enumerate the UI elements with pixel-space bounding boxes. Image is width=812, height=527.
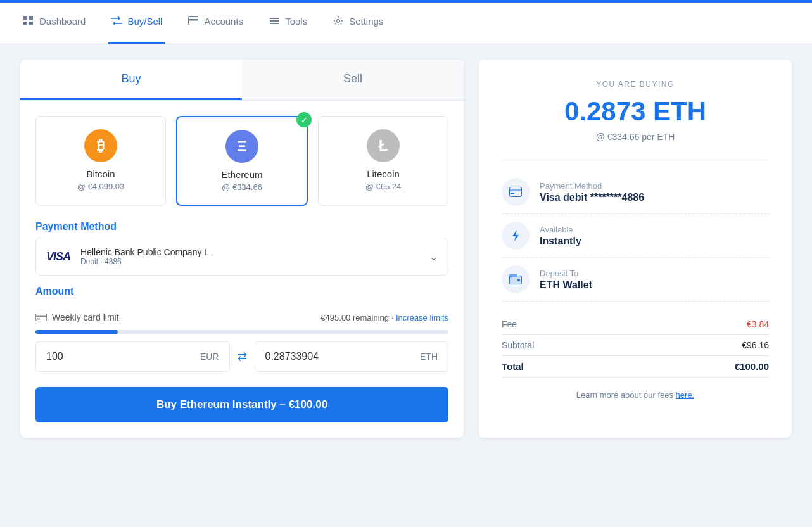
payment-icon-circle bbox=[502, 178, 530, 206]
payment-section-label: Payment Method bbox=[20, 211, 464, 238]
nav-settings[interactable]: Settings bbox=[330, 0, 386, 44]
limit-row: Weekly card limit €495.00 remaining · In… bbox=[20, 302, 464, 327]
eth-input[interactable] bbox=[265, 351, 421, 362]
deposit-to-label: Deposit To bbox=[540, 269, 592, 278]
nav-settings-label: Settings bbox=[349, 16, 383, 27]
tab-sell[interactable]: Sell bbox=[242, 60, 464, 100]
card-limit-icon bbox=[35, 314, 47, 321]
chevron-down-icon: ⌄ bbox=[429, 251, 438, 263]
bitcoin-icon: ₿ bbox=[84, 129, 117, 162]
grid-icon bbox=[23, 15, 34, 27]
nav-buysell-label: Buy/Sell bbox=[127, 16, 162, 27]
limit-right: €495.00 remaining · Increase limits bbox=[320, 313, 448, 322]
weekly-limit-label: Weekly card limit bbox=[52, 312, 119, 322]
visa-logo: VISA bbox=[46, 250, 70, 264]
svg-rect-8 bbox=[270, 23, 279, 24]
deposit-info-block: Deposit To ETH Wallet bbox=[540, 269, 592, 291]
ethereum-price: @ €334.66 bbox=[187, 182, 296, 192]
crypto-card-bitcoin[interactable]: ₿ Bitcoin @ €4,099.03 bbox=[35, 116, 166, 206]
payment-selector[interactable]: VISA Hellenic Bank Public Company L Debi… bbox=[35, 238, 448, 276]
nav-accounts[interactable]: Accounts bbox=[185, 0, 246, 44]
eur-input-box: EUR bbox=[35, 341, 230, 372]
available-icon-circle bbox=[502, 222, 530, 250]
nav-accounts-label: Accounts bbox=[204, 16, 243, 27]
total-label: Total bbox=[502, 361, 524, 372]
svg-marker-16 bbox=[512, 230, 519, 241]
gear-icon bbox=[333, 15, 344, 27]
eur-input[interactable] bbox=[46, 351, 200, 362]
buy-button[interactable]: Buy Ethereum Instantly – €100.00 bbox=[35, 387, 448, 422]
bank-name: Hellenic Bank Public Company L bbox=[80, 247, 429, 257]
tools-icon bbox=[269, 15, 280, 27]
ethereum-icon: Ξ bbox=[225, 130, 258, 163]
nav-dashboard[interactable]: Dashboard bbox=[20, 0, 88, 44]
svg-point-19 bbox=[517, 279, 520, 281]
amount-row: EUR ⇄ ETH bbox=[20, 341, 464, 387]
bitcoin-price: @ €4,099.03 bbox=[46, 182, 155, 191]
nav-buysell[interactable]: Buy/Sell bbox=[108, 0, 165, 44]
crypto-card-litecoin[interactable]: Ł Litecoin @ €65.24 bbox=[318, 116, 448, 206]
you-are-buying-label: YOU ARE BUYING bbox=[502, 80, 769, 89]
eth-input-box: ETH bbox=[255, 341, 449, 372]
svg-rect-14 bbox=[509, 189, 522, 191]
learn-more-link[interactable]: here. bbox=[676, 390, 695, 400]
progress-bar-container bbox=[35, 330, 448, 334]
subtotal-value: €96.16 bbox=[742, 340, 769, 350]
total-value: €100.00 bbox=[735, 361, 769, 372]
fee-value: €3.84 bbox=[747, 319, 769, 329]
amount-section-label: Amount bbox=[20, 276, 464, 302]
fee-row: Fee €3.84 bbox=[502, 314, 769, 335]
svg-rect-18 bbox=[509, 274, 517, 277]
right-panel: YOU ARE BUYING 0.2873 ETH @ €334.66 per … bbox=[479, 60, 792, 438]
nav-tools[interactable]: Tools bbox=[266, 0, 310, 44]
ethereum-name: Ethereum bbox=[187, 169, 296, 180]
credit-card-icon bbox=[509, 186, 522, 198]
info-row-payment: Payment Method Visa debit ********4886 bbox=[502, 170, 769, 214]
bolt-icon bbox=[509, 229, 522, 242]
tab-buy[interactable]: Buy bbox=[20, 60, 242, 100]
swap-icon[interactable]: ⇄ bbox=[238, 350, 247, 364]
buy-amount-display: 0.2873 ETH bbox=[502, 96, 769, 127]
nav-dashboard-label: Dashboard bbox=[39, 16, 86, 27]
divider-1 bbox=[502, 160, 769, 160]
crypto-card-ethereum[interactable]: ✓ Ξ Ethereum @ €334.66 bbox=[176, 116, 308, 206]
svg-rect-12 bbox=[37, 319, 40, 320]
litecoin-name: Litecoin bbox=[329, 168, 438, 179]
learn-more-text: Learn more about our fees here. bbox=[502, 390, 769, 400]
eth-currency-label: ETH bbox=[420, 352, 438, 362]
svg-rect-5 bbox=[188, 19, 198, 21]
exchange-icon bbox=[111, 15, 122, 27]
payment-method-value: Visa debit ********4886 bbox=[540, 192, 644, 203]
increase-limits-link[interactable]: Increase limits bbox=[396, 313, 448, 322]
svg-rect-11 bbox=[35, 316, 47, 318]
progress-bar-fill bbox=[35, 330, 118, 334]
svg-rect-6 bbox=[270, 20, 279, 22]
left-panel: Buy Sell ₿ Bitcoin @ €4,099.03 ✓ Ξ Ether… bbox=[20, 60, 464, 438]
deposit-icon-circle bbox=[502, 265, 530, 293]
fee-section: Fee €3.84 Subtotal €96.16 Total €100.00 bbox=[502, 314, 769, 378]
info-row-deposit: Deposit To ETH Wallet bbox=[502, 258, 769, 302]
tab-row: Buy Sell bbox=[20, 60, 464, 101]
payment-info: Hellenic Bank Public Company L Debit · 4… bbox=[80, 247, 429, 266]
svg-rect-1 bbox=[29, 16, 33, 20]
card-type: Debit · 4886 bbox=[80, 257, 429, 266]
payment-method-label: Payment Method bbox=[540, 181, 644, 191]
svg-point-9 bbox=[337, 20, 340, 23]
main-content: Buy Sell ₿ Bitcoin @ €4,099.03 ✓ Ξ Ether… bbox=[0, 44, 812, 453]
svg-rect-3 bbox=[29, 22, 33, 25]
svg-rect-13 bbox=[510, 187, 522, 197]
nav-tools-label: Tools bbox=[285, 16, 307, 27]
litecoin-price: @ €65.24 bbox=[329, 182, 438, 191]
svg-rect-0 bbox=[23, 16, 27, 20]
payment-info-block: Payment Method Visa debit ********4886 bbox=[540, 181, 644, 203]
svg-rect-2 bbox=[23, 22, 27, 25]
svg-rect-4 bbox=[189, 17, 198, 25]
crypto-row: ₿ Bitcoin @ €4,099.03 ✓ Ξ Ethereum @ €33… bbox=[20, 101, 464, 211]
available-info-block: Available Instantly bbox=[540, 225, 581, 247]
litecoin-icon: Ł bbox=[367, 129, 400, 162]
buy-rate: @ €334.66 per ETH bbox=[502, 132, 769, 142]
limit-left: Weekly card limit bbox=[35, 312, 119, 322]
eur-currency-label: EUR bbox=[200, 352, 219, 362]
svg-rect-7 bbox=[270, 18, 279, 19]
info-row-available: Available Instantly bbox=[502, 214, 769, 258]
